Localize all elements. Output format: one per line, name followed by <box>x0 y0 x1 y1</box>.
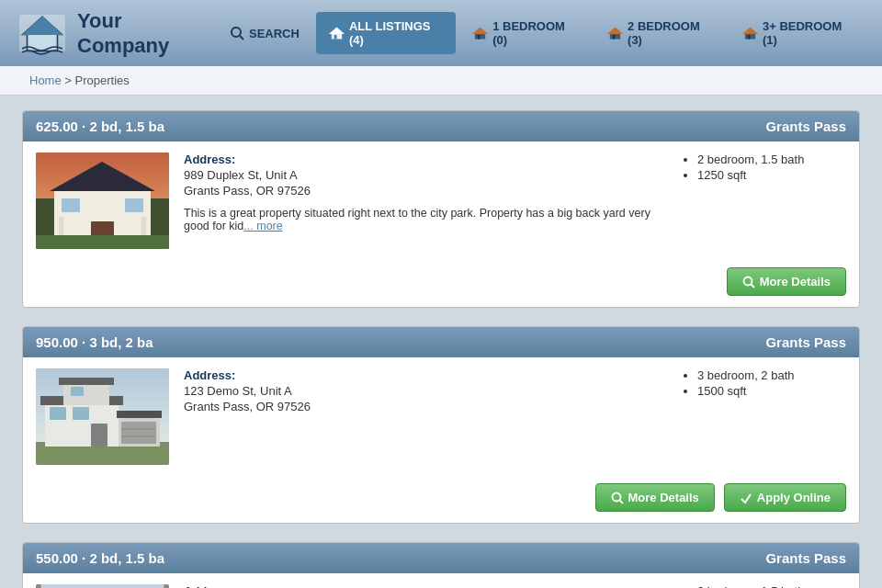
svg-rect-37 <box>117 411 162 418</box>
listing-feature-3-0: 2 bedroom, 1.5 bath <box>697 584 846 588</box>
listing-info-1: Address: 989 Duplex St, Unit A Grants Pa… <box>184 153 666 249</box>
listing-header-1: 625.00 · 2 bd, 1.5 ba Grants Pass <box>23 111 859 141</box>
listing-body-2: Address: 123 Demo St, Unit A Grants Pass… <box>23 357 859 476</box>
home-icon-3bd <box>742 26 758 40</box>
svg-point-4 <box>232 28 241 37</box>
listing-image-2 <box>36 368 169 465</box>
listing-body-1: Address: 989 Duplex St, Unit A Grants Pa… <box>23 141 859 260</box>
search-icon-btn-1 <box>742 276 755 288</box>
listing-body-3: Address: 1214 Pine Dr #8 2 bedroom, 1.5 … <box>23 573 859 588</box>
breadcrumb-home[interactable]: Home <box>29 74 62 87</box>
listing-description-1: This is a great property situated right … <box>184 207 666 232</box>
svg-point-45 <box>612 492 620 501</box>
svg-rect-25 <box>62 198 80 212</box>
listing-address-label-2: Address: <box>184 368 666 382</box>
listing-image-3 <box>36 584 169 588</box>
nav-3plus-bedroom[interactable]: 3+ BEDROOM (1) <box>729 12 867 54</box>
breadcrumb-current: Properties <box>75 74 130 87</box>
listing-price-beds-baths-2: 950.00 · 3 bd, 2 ba <box>36 334 153 350</box>
listing-info-3: Address: 1214 Pine Dr #8 <box>184 584 666 588</box>
apply-online-button-2[interactable]: Apply Online <box>724 483 846 512</box>
listing-info-2: Address: 123 Demo St, Unit A Grants Pass… <box>184 368 666 465</box>
svg-marker-10 <box>472 27 488 34</box>
listing-feature-2-1: 1500 sqft <box>697 384 846 398</box>
listing-price-beds-baths-1: 625.00 · 2 bd, 1.5 ba <box>36 119 164 134</box>
breadcrumb: Home > Properties <box>0 66 882 96</box>
svg-line-29 <box>751 284 754 288</box>
listing-price-beds-baths-3: 550.00 · 2 bd, 1.5 ba <box>36 550 164 566</box>
home-icon-2bd <box>607 26 623 40</box>
svg-rect-8 <box>334 35 337 40</box>
listing-address-label-1: Address: <box>184 153 666 166</box>
listing-address-label-3: Address: <box>184 584 666 588</box>
svg-rect-35 <box>59 378 114 385</box>
svg-point-28 <box>743 277 752 285</box>
svg-rect-39 <box>73 407 89 420</box>
logo-icon <box>15 10 70 56</box>
home-icon <box>329 26 345 40</box>
listing-features-3: 2 bedroom, 1.5 bath <box>681 584 846 588</box>
logo-area: Your Company <box>15 8 217 59</box>
listing-location-2: Grants Pass <box>765 334 846 350</box>
svg-rect-11 <box>478 35 481 40</box>
listing-image-1 <box>36 153 169 249</box>
svg-rect-38 <box>50 407 66 420</box>
listing-card-3: 550.00 · 2 bd, 1.5 ba Grants Pass <box>22 542 860 588</box>
header: Your Company SEARCH ALL LISTINGS (4) <box>0 0 882 66</box>
listing-feature-1-0: 2 bedroom, 1.5 bath <box>697 153 846 166</box>
svg-marker-7 <box>329 27 345 34</box>
svg-rect-42 <box>121 422 156 444</box>
listing-feature-2-0: 3 bedroom, 2 bath <box>697 368 846 382</box>
nav: SEARCH ALL LISTINGS (4) 1 BEDROOM (0) <box>217 12 867 54</box>
listing-features-1: 2 bedroom, 1.5 bath 1250 sqft <box>681 153 846 249</box>
svg-line-46 <box>619 500 623 503</box>
nav-2-bedroom[interactable]: 2 BEDROOM (3) <box>594 12 726 54</box>
svg-marker-13 <box>607 27 623 34</box>
main-content: 625.00 · 2 bd, 1.5 ba Grants Pass <box>0 96 882 588</box>
svg-rect-17 <box>748 35 751 40</box>
nav-all-listings[interactable]: ALL LISTINGS (4) <box>316 12 456 54</box>
svg-marker-16 <box>742 27 758 34</box>
listing-header-3: 550.00 · 2 bd, 1.5 ba Grants Pass <box>23 543 859 573</box>
listing-actions-2: More Details Apply Online <box>23 476 859 523</box>
nav-search[interactable]: SEARCH <box>217 18 312 48</box>
svg-rect-26 <box>125 198 143 212</box>
listing-address-line2-1: Grants Pass, OR 97526 <box>184 184 666 198</box>
listing-location-3: Grants Pass <box>765 550 846 566</box>
listing-address-line2-2: Grants Pass, OR 97526 <box>184 400 666 413</box>
svg-rect-27 <box>36 235 169 249</box>
svg-rect-34 <box>63 382 109 405</box>
listing-location-1: Grants Pass <box>765 119 846 134</box>
company-name: Your Company <box>77 8 169 59</box>
listing-card-2: 950.00 · 3 bd, 2 ba Grants Pass <box>22 326 860 524</box>
listing-features-2: 3 bedroom, 2 bath 1500 sqft <box>681 368 846 465</box>
svg-rect-40 <box>71 387 84 396</box>
home-icon-1bd <box>472 26 488 40</box>
svg-rect-14 <box>613 35 616 40</box>
listing-feature-1-1: 1250 sqft <box>697 168 846 182</box>
svg-rect-41 <box>91 424 107 447</box>
checkmark-icon-btn-2 <box>740 492 752 504</box>
listing-actions-1: More Details <box>23 260 859 307</box>
nav-1-bedroom[interactable]: 1 BEDROOM (0) <box>459 12 591 54</box>
listing-address-line1-2: 123 Demo St, Unit A <box>184 384 666 398</box>
listing-card-1: 625.00 · 2 bd, 1.5 ba Grants Pass <box>22 110 860 308</box>
breadcrumb-separator: > <box>64 74 74 87</box>
listing-header-2: 950.00 · 3 bd, 2 ba Grants Pass <box>23 327 859 357</box>
svg-rect-47 <box>41 584 164 588</box>
more-details-button-2[interactable]: More Details <box>595 483 715 512</box>
more-details-button-1[interactable]: More Details <box>727 267 846 296</box>
search-icon-btn-2 <box>611 492 624 504</box>
listing-more-link-1[interactable]: ... more <box>243 220 282 232</box>
svg-line-5 <box>240 36 243 40</box>
search-icon <box>230 26 244 40</box>
listing-address-line1-1: 989 Duplex St, Unit A <box>184 168 666 182</box>
